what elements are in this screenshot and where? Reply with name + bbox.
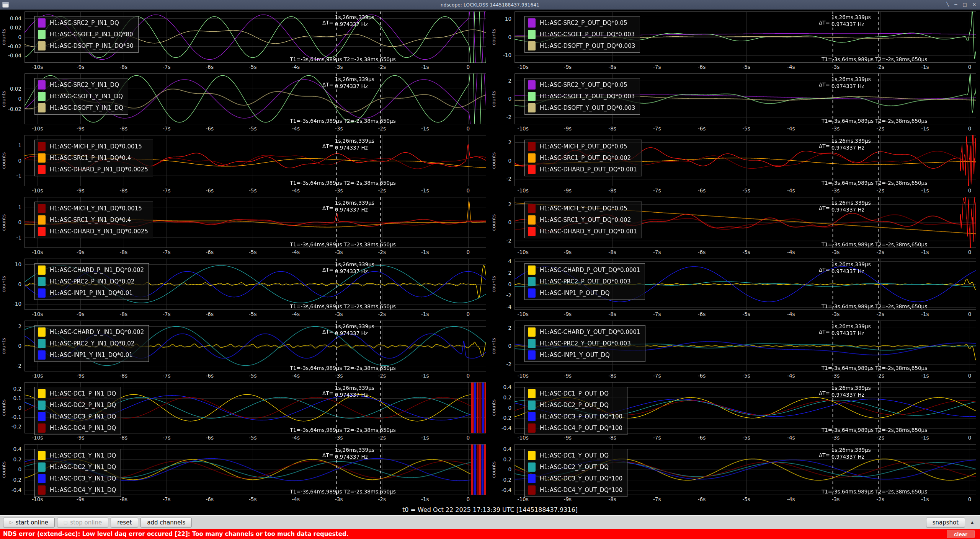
y-tick-label: -1 [16, 173, 21, 179]
plot-panel-chard-prc2-inp1-p-out: counts420-2-4-10s-9s-8s-7s-6s-5s-4s-3s-2… [490, 257, 980, 319]
delta-t-label: ΔT= [819, 452, 830, 458]
legend-swatch [528, 103, 536, 112]
x-tick-label: -3s [832, 249, 840, 255]
x-tick-label: -1s [421, 187, 429, 194]
plot-panel-chard-prc2-inp1-y-in: counts20-2-10s-9s-8s-7s-6s-5s-4s-3s-2s-1… [0, 319, 490, 381]
legend-swatch [528, 462, 536, 472]
x-tick-label: -7s [653, 496, 661, 502]
plot-legend: H1:ASC-MICH_Y_OUT_DQ*0.05H1:ASC-SRC1_Y_O… [524, 202, 642, 238]
x-tick-label: -4s [787, 435, 795, 441]
legend-swatch [38, 18, 46, 28]
delta-t-label: ΔT= [819, 390, 830, 396]
legend-item: H1:ASC-CSOFT_P_IN1_DQ*80 [38, 30, 134, 39]
snapshot-button[interactable]: snapshot [926, 518, 965, 528]
y-axis-label: counts [1, 12, 7, 62]
legend-swatch [38, 215, 46, 225]
delta-f-value: 0.974337 Hz [335, 330, 374, 336]
shade-icon[interactable]: ╲ [946, 0, 949, 10]
y-tick-label: 1 [18, 142, 21, 148]
x-tick-label: -1s [921, 435, 929, 441]
x-tick-label: -1s [421, 373, 429, 379]
window-title: ndscope: LOCKLOSS 1445188437.931641 [0, 2, 980, 8]
x-tick-label: -8s [120, 311, 128, 317]
x-tick-label: -10s [518, 249, 529, 255]
x-tick-label: -6s [206, 125, 214, 132]
reset-button[interactable]: reset [111, 518, 138, 528]
x-tick-label: -3s [335, 187, 343, 194]
clear-button[interactable]: clear [947, 530, 975, 538]
stop-online-button[interactable]: □ stop online [57, 518, 108, 528]
channel-name: H1:ASC-SRC1_Y_OUT_DQ*0.002 [540, 217, 631, 223]
legend-item: H1:ASC-PRC2_P_OUT_DQ*0.003 [528, 277, 640, 286]
y-axis-label: counts [1, 321, 7, 371]
legend-swatch [528, 142, 536, 151]
x-tick-label: -9s [77, 435, 85, 441]
cursor-times-annotation: T1=-3s,64ms,989μs T2=-2s,38ms,650μs [290, 180, 395, 186]
channel-name: H1:ASC-DC1_P_OUT_DQ [540, 390, 609, 397]
y-tick-label: 0.2 [503, 394, 511, 401]
x-tick-label: -1s [421, 435, 429, 441]
x-tick-label: -7s [163, 187, 171, 194]
x-tick-label: -8s [608, 435, 616, 441]
legend-swatch [528, 277, 536, 286]
close-icon[interactable]: ✕ [972, 0, 976, 10]
add-channels-button[interactable]: add channels [140, 518, 192, 528]
legend-item: H1:ASC-DHARD_Y_IN1_DQ*0.0025 [38, 227, 148, 236]
x-tick-label: -9s [77, 64, 85, 70]
x-tick-label: -2s [378, 435, 386, 441]
start-online-button[interactable]: ▷ start online [3, 518, 55, 528]
y-tick-label: -0.1 [11, 414, 21, 420]
plot-area: 0.20.10-0.1-0.2-10s-9s-8s-7s-6s-5s-4s-3s… [24, 382, 486, 433]
y-tick-label: 0.02 [10, 24, 21, 31]
x-tick-label: -8s [120, 125, 128, 132]
maximize-icon[interactable]: □ [963, 0, 967, 10]
x-tick-label: 0 [968, 187, 972, 194]
delta-t-label: ΔT= [819, 267, 830, 273]
plot-legend: H1:ASC-CHARD_Y_OUT_DQ*0.0001H1:ASC-PRC2_… [524, 325, 645, 362]
legend-item: H1:ASC-SRC2_P_IN1_DQ [38, 18, 134, 28]
plot-panel-chard-prc2-inp1-y-out: counts20-2-10s-9s-8s-7s-6s-5s-4s-3s-2s-1… [490, 319, 980, 381]
x-tick-label: -5s [742, 187, 750, 194]
x-tick-label: -3s [832, 373, 840, 379]
x-tick-label: -7s [653, 64, 661, 70]
minimize-icon[interactable]: ─ [954, 0, 957, 10]
x-tick-label: -3s [832, 435, 840, 441]
y-tick-label: 0 [508, 158, 511, 164]
y-tick-label: -2 [506, 114, 511, 120]
y-tick-label: 0 [18, 466, 21, 472]
channel-name: H1:ASC-DHARD_P_OUT_DQ*0.001 [540, 166, 637, 173]
x-tick-label: -5s [742, 64, 750, 70]
title-bar[interactable]: ndscope: LOCKLOSS 1445188437.931641 ╲ ─ … [0, 0, 980, 10]
y-tick-label: -0.04 [8, 52, 21, 59]
x-tick-label: -8s [608, 496, 616, 502]
legend-swatch [38, 485, 46, 495]
channel-name: H1:ASC-INP1_Y_IN1_DQ*0.01 [50, 352, 133, 358]
x-tick-label: -7s [163, 64, 171, 70]
plot-legend: H1:ASC-CHARD_P_OUT_DQ*0.0001H1:ASC-PRC2_… [524, 263, 645, 300]
delta-t-value: 1s,26ms,339μs [335, 76, 374, 82]
delta-t-annotation: ΔT=1s,26ms,339μs0.974337 Hz [819, 76, 871, 89]
x-tick-label: -9s [77, 187, 85, 194]
y-tick-label: -10 [503, 52, 511, 58]
channel-name: H1:ASC-DC3_Y_IN1_DQ [50, 475, 116, 482]
x-tick-label: -8s [120, 435, 128, 441]
x-tick-label: -10s [518, 187, 529, 194]
plot-panel-chard-prc2-inp1-p-in: counts100-10-10s-9s-8s-7s-6s-5s-4s-3s-2s… [0, 257, 490, 319]
x-tick-label: -2s [876, 373, 884, 379]
y-axis-label: counts [1, 135, 7, 186]
plot-legend: H1:ASC-MICH_P_OUT_DQ*0.05H1:ASC-SRC1_P_O… [524, 140, 642, 176]
x-tick-label: -9s [77, 125, 85, 132]
plot-area: 10-1-10s-9s-8s-7s-6s-5s-4s-3s-2s-1s0H1:A… [24, 135, 486, 186]
legend-swatch [528, 80, 536, 90]
legend-item: H1:ASC-DC4_Y_OUT_DQ*100 [528, 485, 622, 495]
x-tick-label: 0 [466, 373, 470, 379]
delta-t-label: ΔT= [322, 143, 333, 149]
x-tick-label: -1s [921, 64, 929, 70]
legend-swatch [38, 30, 46, 39]
legend-item: H1:ASC-CHARD_Y_IN1_DQ*0.002 [38, 327, 144, 337]
x-tick-label: -5s [249, 187, 257, 194]
caret-up-icon[interactable]: ▲ [967, 519, 977, 525]
x-tick-label: -2s [876, 311, 884, 317]
x-tick-label: -9s [564, 373, 572, 379]
x-tick-label: -1s [921, 373, 929, 379]
